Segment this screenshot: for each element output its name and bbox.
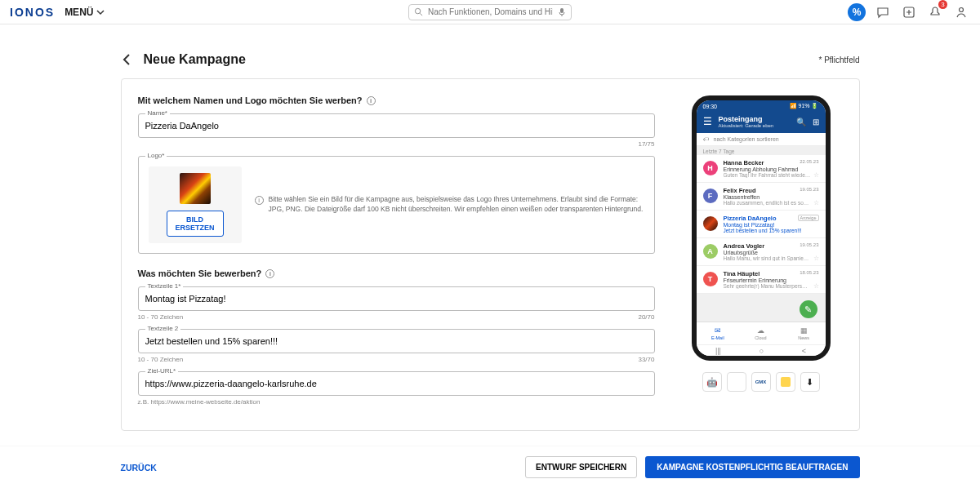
textline2-input[interactable] bbox=[139, 330, 654, 353]
name-input[interactable] bbox=[139, 114, 654, 137]
back-link[interactable]: ZURÜCK bbox=[121, 463, 157, 472]
back-arrow-icon[interactable] bbox=[121, 53, 134, 66]
inbox-title: Posteingang bbox=[719, 115, 774, 123]
svg-rect-1 bbox=[560, 8, 564, 13]
logo: IONOS bbox=[10, 6, 55, 19]
mail-item: AAndrea VoglerUrlaubsgrüßeHallo Manu, wi… bbox=[697, 238, 826, 266]
mail-preview: Guten Tag! Ihr Fahrrad steht wiede… bbox=[724, 172, 819, 178]
ad-badge: Anzeige bbox=[798, 215, 819, 221]
section-name-logo-heading: Mit welchem Namen und Logo möchten Sie w… bbox=[138, 95, 655, 105]
avatar: F bbox=[703, 189, 718, 203]
profile-icon[interactable] bbox=[952, 3, 970, 21]
notification-badge: 3 bbox=[938, 0, 947, 9]
apple-icon[interactable] bbox=[727, 372, 746, 392]
microphone-icon[interactable] bbox=[558, 7, 566, 17]
search-icon bbox=[414, 7, 423, 16]
section-promote-heading: Was möchten Sie bewerben? i bbox=[138, 268, 655, 278]
android-icon[interactable]: 🤖 bbox=[702, 372, 722, 392]
mail-list: HHanna BeckerErinnerung Abholung Fahrrad… bbox=[697, 155, 826, 322]
phone-sysbar: |||○< bbox=[697, 344, 826, 356]
filter-icon: ⊞ bbox=[813, 118, 819, 126]
url-field[interactable]: Ziel-URL* bbox=[138, 371, 655, 396]
avatar: H bbox=[703, 161, 718, 175]
mail-subject: Montag ist Pizzatag! bbox=[724, 222, 819, 228]
form-column: Mit welchem Namen und Logo möchten Sie w… bbox=[138, 95, 655, 414]
required-note: * Pflichtfeld bbox=[818, 55, 859, 64]
name-label: Name* bbox=[145, 109, 170, 117]
phone-bottom-nav: ✉E-Mail ☁Cloud ▦News bbox=[697, 322, 826, 344]
menu-label: MENÜ bbox=[65, 7, 93, 18]
logo-upload: BILD ERSETZEN bbox=[149, 166, 242, 243]
section-last7: Letzte 7 Tage bbox=[697, 146, 826, 155]
info-icon: i bbox=[255, 196, 264, 205]
textline2-counter: 33/70 bbox=[638, 356, 654, 363]
page-title: Neue Kampagne bbox=[144, 52, 246, 67]
name-counter: 17/75 bbox=[138, 140, 655, 148]
search-container bbox=[408, 4, 572, 20]
chat-icon[interactable] bbox=[874, 3, 892, 21]
mail-time: 19.05.23 bbox=[800, 187, 818, 192]
gmx-icon[interactable]: GMX bbox=[751, 372, 771, 392]
logo-label: Logo* bbox=[145, 152, 167, 159]
avatar: T bbox=[703, 272, 718, 286]
store-icons: 🤖 GMX ⬇ bbox=[702, 372, 820, 392]
textline1-field[interactable]: Textzeile 1* bbox=[138, 286, 655, 311]
search-box[interactable] bbox=[408, 4, 572, 20]
replace-image-button[interactable]: BILD ERSETZEN bbox=[167, 211, 224, 237]
add-icon[interactable] bbox=[900, 3, 918, 21]
textline2-field[interactable]: Textzeile 2 bbox=[138, 329, 655, 353]
info-icon[interactable]: i bbox=[265, 269, 274, 278]
mail-time: 19.05.23 bbox=[800, 242, 818, 247]
textline1-input[interactable] bbox=[139, 287, 654, 310]
star-icon: ☆ bbox=[813, 171, 819, 179]
name-field[interactable]: Name* bbox=[138, 113, 655, 138]
mail-time: 18.05.23 bbox=[800, 270, 818, 275]
url-helper: z.B. https://www.meine-webseite.de/aktio… bbox=[138, 398, 655, 406]
textline2-label: Textzeile 2 bbox=[145, 325, 181, 332]
hamburger-icon: ☰ bbox=[703, 116, 712, 127]
mail-item: Pizzeria DaAngeloMontag ist Pizzatag!Jet… bbox=[697, 211, 826, 238]
save-draft-button[interactable]: ENTWURF SPEICHERN bbox=[525, 456, 637, 478]
mail-time: 22.05.23 bbox=[800, 159, 818, 164]
campaign-card: Mit welchem Namen und Logo möchten Sie w… bbox=[121, 78, 860, 431]
submit-campaign-button[interactable]: KAMPAGNE KOSTENPFLICHTIG BEAUFTRAGEN bbox=[645, 456, 859, 478]
search-icon: 🔍 bbox=[796, 118, 806, 126]
inbox-updated: Aktualisiert: Gerade eben bbox=[719, 123, 774, 128]
mail-preview: Jetzt bestellen und 15% sparen!!! bbox=[724, 228, 819, 233]
nav-mail: ✉E-Mail bbox=[697, 322, 740, 344]
header-actions: % 3 bbox=[848, 3, 970, 21]
notifications-icon[interactable]: 3 bbox=[926, 3, 944, 21]
page-header: Neue Kampagne * Pflichtfeld bbox=[121, 41, 860, 78]
webde-icon[interactable] bbox=[776, 372, 795, 392]
url-input[interactable] bbox=[139, 372, 654, 395]
logo-thumbnail bbox=[180, 173, 211, 204]
logo-hint: i Bitte wählen Sie ein Bild für die Kamp… bbox=[255, 195, 644, 215]
mail-preview: Sehr geehrte(r) Manu Musterpers… bbox=[724, 283, 819, 289]
phone-appbar: ☰ Posteingang Aktualisiert: Gerade eben … bbox=[697, 112, 826, 133]
mail-item: TTina HäuptelFriseurtermin ErinnerungSeh… bbox=[697, 266, 826, 294]
promo-icon[interactable]: % bbox=[848, 3, 866, 21]
search-input[interactable] bbox=[428, 7, 553, 16]
avatar: A bbox=[703, 244, 718, 259]
phone-statusbar: 09:30 📶 91% 🔋 bbox=[697, 100, 826, 112]
mail-subject: Erinnerung Abholung Fahrrad bbox=[724, 166, 819, 172]
footer-bar: ZURÜCK ENTWURF SPEICHERN KAMPAGNE KOSTEN… bbox=[0, 446, 980, 488]
svg-point-0 bbox=[415, 8, 420, 13]
nav-news: ▦News bbox=[782, 322, 826, 344]
mail-preview: Hallo Manu, wir sind gut in Spanie… bbox=[724, 255, 819, 261]
chevron-down-icon bbox=[96, 8, 105, 16]
star-icon: ☆ bbox=[813, 282, 819, 290]
app-header: IONOS MENÜ % 3 bbox=[0, 0, 980, 24]
info-icon[interactable]: i bbox=[367, 96, 376, 105]
textline2-helper: 10 - 70 Zeichen bbox=[138, 356, 184, 363]
avatar bbox=[703, 216, 718, 231]
mail-preview: Hallo zusammen, endlich ist es so… bbox=[724, 200, 819, 206]
logo-field: Logo* BILD ERSETZEN i Bitte wählen Sie e… bbox=[138, 156, 655, 254]
menu-button[interactable]: MENÜ bbox=[65, 7, 105, 18]
svg-point-3 bbox=[960, 7, 964, 11]
textline1-helper: 10 - 70 Zeichen bbox=[138, 313, 184, 321]
download-icon[interactable]: ⬇ bbox=[800, 372, 820, 392]
sort-row: 🏷 nach Kategorien sortieren bbox=[697, 133, 826, 146]
nav-cloud: ☁Cloud bbox=[739, 322, 782, 344]
mail-subject: Klassentreffen bbox=[724, 194, 819, 200]
